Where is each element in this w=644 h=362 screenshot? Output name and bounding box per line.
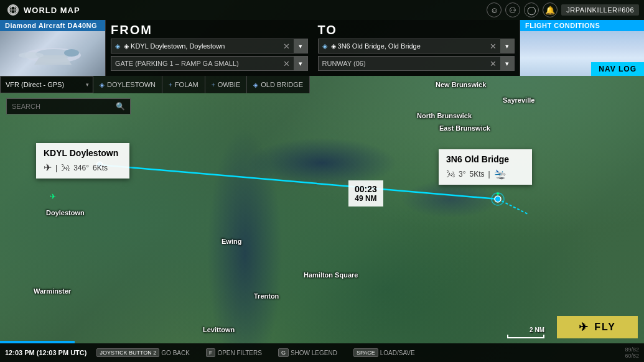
top-bar: WORLD MAP ☺ ⚇ ◯ 🔔 JRPAINKILLER#606: [0, 0, 644, 20]
to-clear-btn[interactable]: ✕: [486, 42, 500, 51]
vfr-select-text: VFR (Direct - GPS): [6, 81, 64, 88]
waypoint-icon-1: +: [169, 81, 172, 88]
to-label: TO: [318, 24, 515, 36]
search-icon[interactable]: 🔍: [111, 102, 130, 111]
n3n6-wind: 5Kts: [469, 170, 484, 179]
to-airport-input[interactable]: ◈ ◈ 3N6 Old Bridge, Old Bridge ✕ ▾: [318, 39, 515, 53]
hotkey-filters-label: OPEN FILTERS: [217, 350, 262, 356]
map-scale: 2 NM: [507, 327, 544, 338]
aircraft-panel: Diamond Aircraft DA40NG: [0, 20, 106, 76]
kdyl-card-title: KDYL Doylestown: [44, 148, 122, 158]
world-map-text: WORLD MAP: [24, 6, 80, 15]
kdyl-card-info: ✈ | 🌬 346° 6Kts: [44, 162, 122, 174]
coords-display: 89/82 60/82: [625, 346, 639, 359]
waypoint-label-1: FOLAM: [175, 81, 198, 88]
world-map-label: WORLD MAP: [0, 4, 88, 16]
hotkey-filters-key: F: [206, 348, 216, 357]
waypoint-folam[interactable]: + FOLAM: [162, 76, 205, 93]
kdyl-separator: |: [55, 164, 57, 172]
from-clear-btn[interactable]: ✕: [279, 42, 294, 51]
kdyl-takeoff-icon: ✈: [44, 162, 52, 174]
route-info-popup: 00:23 49 NM: [348, 180, 383, 207]
kdyl-heading: 346°: [73, 164, 89, 172]
n3n6-wind-icon: 🌬: [446, 169, 455, 179]
hotkey-filters: F OPEN FILTERS: [206, 348, 262, 357]
vfr-select[interactable]: VFR (Direct - GPS) ▾: [0, 76, 93, 93]
bottom-bar: 12:03 PM (12:03 PM UTC) JOYSTICK BUTTON …: [0, 343, 644, 362]
n3n6-separator: |: [488, 170, 490, 179]
waypoint-old-bridge[interactable]: ◈ OLD BRIDGE: [247, 76, 310, 93]
waypoint-icon-3: ◈: [253, 81, 258, 88]
flight-conditions-label: FLIGHT CONDITIONS: [520, 20, 644, 31]
from-airport-text: ◈ KDYL Doylestown, Doylestown: [124, 40, 279, 53]
route-distance: 49 NM: [355, 194, 377, 203]
waypoint-doylestown[interactable]: ◈ DOYLESTOWN: [93, 76, 162, 93]
from-gate-expand[interactable]: ▾: [294, 57, 307, 70]
hotkey-back: JOYSTICK BUTTON 2 GO BACK: [96, 348, 189, 357]
notification-icon[interactable]: 🔔: [543, 2, 558, 17]
from-gate-input[interactable]: GATE (PARKING 1 – RAMP GA SMALL) ✕ ▾: [111, 56, 308, 71]
flight-conditions: FLIGHT CONDITIONS NAV LOG: [520, 20, 644, 76]
hotkey-save: SPACE LOAD/SAVE: [353, 348, 415, 357]
group-icon[interactable]: ⚇: [505, 2, 520, 17]
waypoint-label-3: OLD BRIDGE: [261, 81, 303, 88]
social-icon[interactable]: ☺: [487, 2, 502, 17]
waypoint-label-0: DOYLESTOWN: [107, 81, 156, 88]
to-runway-expand[interactable]: ▾: [500, 57, 514, 70]
n3n6-landing-icon: 🛬: [494, 168, 506, 180]
from-expand-btn[interactable]: ▾: [294, 39, 307, 53]
search-box[interactable]: 🔍: [6, 98, 131, 114]
search-input[interactable]: [7, 103, 111, 110]
n3n6-card-title: 3N6 Old Bridge: [446, 154, 525, 164]
aircraft-name[interactable]: Diamond Aircraft DA40NG: [0, 20, 105, 31]
globe-icon: [7, 4, 19, 16]
to-section: TO ◈ ◈ 3N6 Old Bridge, Old Bridge ✕ ▾ RU…: [313, 20, 520, 76]
to-runway-input[interactable]: RUNWAY (06) ✕ ▾: [318, 56, 515, 71]
username-badge: JRPAINKILLER#606: [561, 4, 639, 16]
top-right-icons: ☺ ⚇ ◯ 🔔 JRPAINKILLER#606: [487, 2, 644, 17]
waypoint-icon-0: ◈: [100, 81, 105, 88]
planning-bar: Diamond Aircraft DA40NG FROM ◈ ◈ KDYL Do…: [0, 20, 644, 76]
svg-point-14: [19, 52, 44, 58]
waypoint-icon-2: +: [212, 81, 215, 88]
waypoint-label-2: OWBIE: [218, 81, 241, 88]
fly-plane-icon: ✈: [579, 320, 589, 334]
fly-button[interactable]: ✈ FLY: [557, 316, 638, 338]
nav-log-button[interactable]: NAV LOG: [591, 62, 644, 76]
to-runway-text: RUNWAY (06): [319, 57, 487, 70]
aircraft-image[interactable]: [0, 31, 105, 76]
hotkey-back-key: JOYSTICK BUTTON 2: [96, 348, 159, 357]
to-airport-text: ◈ 3N6 Old Bridge, Old Bridge: [331, 40, 487, 53]
from-label: FROM: [111, 24, 308, 36]
clock: 12:03 PM (12:03 PM UTC): [5, 349, 86, 356]
account-icon[interactable]: ◯: [524, 2, 539, 17]
from-gate-text: GATE (PARKING 1 – RAMP GA SMALL): [111, 57, 279, 70]
to-airport-icon: ◈: [319, 42, 331, 50]
svg-point-15: [64, 49, 79, 57]
route-time: 00:23: [355, 184, 377, 194]
airport-card-3n6: 3N6 Old Bridge 🌬 3° 5Kts | 🛬: [439, 149, 532, 185]
coords-lon: 60/82: [625, 353, 639, 359]
hotkey-legend-key: G: [278, 348, 289, 357]
conditions-image: NAV LOG: [520, 31, 644, 76]
from-airport-input[interactable]: ◈ ◈ KDYL Doylestown, Doylestown ✕ ▾: [111, 39, 308, 53]
to-runway-clear[interactable]: ✕: [486, 59, 500, 68]
from-gate-clear[interactable]: ✕: [279, 59, 294, 68]
from-section: FROM ◈ ◈ KDYL Doylestown, Doylestown ✕ ▾…: [106, 20, 313, 76]
n3n6-heading: 3°: [459, 170, 465, 179]
vfr-select-arrow: ▾: [86, 81, 89, 88]
hotkey-save-key: SPACE: [353, 348, 378, 357]
coords-lat: 89/82: [625, 346, 639, 353]
from-airport-icon: ◈: [111, 42, 124, 50]
kdyl-wind: 6Kts: [93, 164, 108, 172]
fly-label: FLY: [594, 322, 616, 333]
route-bar: VFR (Direct - GPS) ▾ ◈ DOYLESTOWN + FOLA…: [0, 76, 310, 93]
scale-label: 2 NM: [530, 327, 544, 333]
waypoint-owbie[interactable]: + OWBIE: [205, 76, 248, 93]
to-expand-btn[interactable]: ▾: [500, 39, 514, 53]
kdyl-wind-icon: 🌬: [61, 163, 70, 173]
scale-bar: [507, 335, 544, 338]
hotkey-back-label: GO BACK: [161, 350, 190, 356]
n3n6-card-info: 🌬 3° 5Kts | 🛬: [446, 168, 525, 180]
hotkey-legend-label: SHOW LEGEND: [291, 350, 337, 356]
